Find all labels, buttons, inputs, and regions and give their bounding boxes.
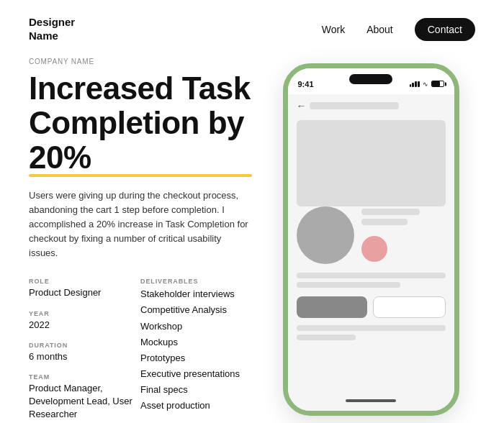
duration-label: Duration (29, 342, 140, 349)
battery-icon (431, 81, 444, 87)
phone-status-icons: ∿ (410, 81, 444, 88)
screen-right-content (361, 209, 446, 262)
contact-button[interactable]: Contact (415, 18, 475, 41)
deliverable-item: Executive presentations (140, 366, 252, 382)
year-label: Year (29, 310, 140, 317)
team-value: Product Manager, Development Lead, User … (29, 382, 140, 422)
team-block: Team Product Manager, Development Lead, … (29, 373, 140, 422)
hero-title: Increased Task Completion by 20% (29, 71, 252, 176)
year-block: Year 2022 (29, 310, 140, 332)
screen-text-bar-1 (361, 209, 420, 215)
deliverables-label: Deliverables (140, 278, 252, 285)
deliverable-item: Mockups (140, 335, 252, 350)
role-value: Product Designer (29, 286, 140, 299)
screen-bottom-bars (297, 325, 446, 340)
deliverable-item: Competitive Analysis (140, 302, 252, 318)
year-value: 2022 (29, 319, 140, 332)
deliverables-list: Stakeholder interviewsCompetitive Analys… (140, 286, 252, 414)
phone-mockup: 9:41 ∿ (283, 63, 459, 416)
phone-screen: ← (288, 94, 454, 411)
deliverable-item: Prototypes (140, 350, 252, 366)
main-content: Company Name Increased Task Completion b… (0, 50, 504, 422)
meta-right: Deliverables Stakeholder interviewsCompe… (140, 278, 252, 421)
camera-pill (349, 74, 392, 84)
deliverable-item: Asset production (140, 398, 252, 414)
signal-icon (410, 81, 420, 87)
nav-links: Work About Contact (322, 18, 475, 41)
screen-img-placeholder (297, 120, 446, 206)
phone-time: 9:41 (298, 80, 314, 88)
wifi-icon: ∿ (423, 81, 428, 88)
deliverable-item: Final specs (140, 382, 252, 398)
screen-outline-button (373, 296, 446, 318)
meta-grid: Role Product Designer Year 2022 Duration… (29, 278, 252, 421)
back-arrow-icon: ← (297, 100, 307, 112)
role-block: Role Product Designer (29, 278, 140, 299)
duration-block: Duration 6 months (29, 342, 140, 363)
screen-filled-button (297, 296, 368, 318)
screen-small-circle (361, 236, 387, 262)
screen-action-buttons (297, 296, 446, 318)
screen-text-bar-2 (361, 219, 408, 225)
screen-bar-bottom-2 (297, 335, 356, 340)
deliverable-item: Stakeholder interviews (140, 286, 252, 302)
hero-description: Users were giving up during the checkout… (29, 188, 252, 261)
meta-left: Role Product Designer Year 2022 Duration… (29, 278, 140, 421)
screen-back-row: ← (297, 100, 446, 112)
home-bar (346, 399, 396, 402)
team-label: Team (29, 373, 140, 381)
screen-image-area (297, 120, 446, 206)
screen-text-bars (297, 273, 446, 288)
screen-bar-bottom-1 (297, 325, 446, 331)
about-link[interactable]: About (366, 24, 393, 35)
deliverable-item: Workshop (140, 319, 252, 335)
role-label: Role (29, 278, 140, 285)
navigation: Designer Name Work About Contact (0, 0, 504, 50)
work-link[interactable]: Work (322, 24, 345, 35)
underline-decoration (29, 174, 252, 177)
company-label: Company Name (29, 58, 252, 65)
screen-big-circle (297, 206, 354, 264)
screen-bar-full-1 (297, 273, 446, 278)
screen-circles-row (297, 206, 446, 264)
screen-bar-70 (297, 282, 401, 288)
logo: Designer Name (29, 16, 75, 43)
duration-value: 6 months (29, 350, 140, 363)
screen-title-bar (310, 102, 399, 109)
right-panel: 9:41 ∿ (266, 50, 475, 422)
left-panel: Company Name Increased Task Completion b… (29, 50, 266, 422)
